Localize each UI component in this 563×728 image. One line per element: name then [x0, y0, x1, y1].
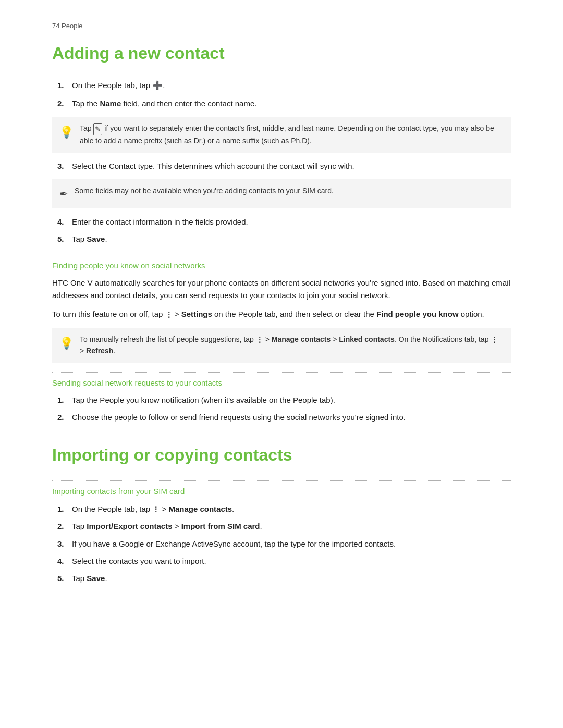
step-5: 5. Tap Save. — [52, 233, 511, 245]
step-2-text: Tap the Name field, and then enter the c… — [72, 97, 511, 109]
step-3: 3. Select the Contact type. This determi… — [52, 160, 511, 172]
step-3-num: 3. — [57, 160, 72, 172]
tip-icon-2: 💡 — [59, 335, 74, 352]
find-people-bold: Find people you know — [376, 310, 459, 318]
sim-step-3-text: If you have a Google or Exchange ActiveS… — [72, 538, 511, 550]
steps-list-1: 1. On the People tab, tap ➕. 2. Tap the … — [52, 79, 511, 110]
page-number: 74 People — [52, 21, 511, 31]
menu-icon-4: ⋮ — [152, 504, 160, 515]
plus-icon: ➕ — [152, 79, 163, 92]
sim-step-5-num: 5. — [57, 572, 72, 584]
menu-icon-2: ⋮ — [256, 335, 263, 346]
step-4-text: Enter the contact information in the fie… — [72, 216, 511, 228]
social-step-1: 1. Tap the People you know notification … — [52, 394, 511, 406]
finding-para1: HTC One V automatically searches for you… — [52, 277, 511, 302]
menu-icon-1: ⋮ — [165, 309, 173, 320]
social-step-2-num: 2. — [57, 411, 72, 423]
edit-icon: ✎ — [93, 123, 102, 135]
sim-step-1-text: On the People tab, tap ⋮ > Manage contac… — [72, 503, 511, 515]
step-5-text: Tap Save. — [72, 233, 511, 245]
section2-title: Importing or copying contacts — [52, 442, 511, 468]
sim-step-2-num: 2. — [57, 520, 72, 532]
steps-list-social: 1. Tap the People you know notification … — [52, 394, 511, 424]
tip-box-2: 💡 To manually refresh the list of people… — [52, 328, 511, 363]
tip-text-1: Tap ✎ if you want to separately enter th… — [80, 123, 501, 146]
social-step-2-text: Choose the people to follow or send frie… — [72, 411, 511, 423]
section1-title: Adding a new contact — [52, 41, 511, 67]
tip-icon-1: 💡 — [59, 124, 74, 141]
step-2: 2. Tap the Name field, and then enter th… — [52, 97, 511, 109]
sim-step-4-num: 4. — [57, 555, 72, 567]
note-box-1: ✒ Some fields may not be available when … — [52, 179, 511, 208]
social-step-2: 2. Choose the people to follow or send f… — [52, 411, 511, 423]
social-step-1-text: Tap the People you know notification (wh… — [72, 394, 511, 406]
steps-list-2: 3. Select the Contact type. This determi… — [52, 160, 511, 172]
finding-para2: To turn this feature on or off, tap ⋮ > … — [52, 308, 511, 320]
linked-contacts-bold: Linked contacts — [339, 335, 395, 343]
save-bold-2: Save — [87, 574, 105, 583]
steps-list-sim: 1. On the People tab, tap ⋮ > Manage con… — [52, 503, 511, 585]
subsection1-title: Finding people you know on social networ… — [52, 255, 511, 272]
manage-contacts-bold: Manage contacts — [272, 335, 331, 343]
social-step-1-num: 1. — [57, 394, 72, 406]
settings-bold: Settings — [181, 310, 212, 318]
sim-step-4: 4. Select the contacts you want to impor… — [52, 555, 511, 567]
step-2-num: 2. — [57, 97, 72, 109]
step-1: 1. On the People tab, tap ➕. — [52, 79, 511, 92]
menu-icon-3: ⋮ — [491, 335, 498, 346]
refresh-bold: Refresh — [86, 347, 113, 355]
sim-subsection-title: Importing contacts from your SIM card — [52, 480, 511, 497]
sim-step-2-text: Tap Import/Export contacts > Import from… — [72, 520, 511, 532]
step-3-text: Select the Contact type. This determines… — [72, 160, 511, 172]
import-sim-bold: Import from SIM card — [181, 522, 260, 530]
sim-step-3: 3. If you have a Google or Exchange Acti… — [52, 538, 511, 550]
step-4: 4. Enter the contact information in the … — [52, 216, 511, 228]
steps-list-3: 4. Enter the contact information in the … — [52, 216, 511, 245]
manage-contacts-bold2: Manage contacts — [168, 504, 232, 513]
note-text-1: Some fields may not be available when yo… — [75, 186, 334, 196]
page-container: 74 People Adding a new contact 1. On the… — [52, 21, 511, 584]
tip-box-1: 💡 Tap ✎ if you want to separately enter … — [52, 117, 511, 153]
sim-step-1-num: 1. — [57, 503, 72, 515]
import-export-bold: Import/Export contacts — [87, 522, 172, 530]
step-5-num: 5. — [57, 233, 72, 245]
sim-step-1: 1. On the People tab, tap ⋮ > Manage con… — [52, 503, 511, 515]
sim-step-5: 5. Tap Save. — [52, 572, 511, 584]
sim-step-4-text: Select the contacts you want to import. — [72, 555, 511, 567]
sim-step-2: 2. Tap Import/Export contacts > Import f… — [52, 520, 511, 532]
pencil-icon: ✒ — [59, 186, 68, 202]
step-1-num: 1. — [57, 79, 72, 91]
save-bold-1: Save — [87, 235, 105, 243]
tip-text-2: To manually refresh the list of people s… — [80, 334, 501, 356]
sim-step-5-text: Tap Save. — [72, 572, 511, 584]
sim-step-3-num: 3. — [57, 538, 72, 550]
step-4-num: 4. — [57, 216, 72, 228]
step-1-text: On the People tab, tap ➕. — [72, 79, 511, 92]
name-bold: Name — [100, 99, 121, 108]
subsection2-title: Sending social network requests to your … — [52, 372, 511, 389]
